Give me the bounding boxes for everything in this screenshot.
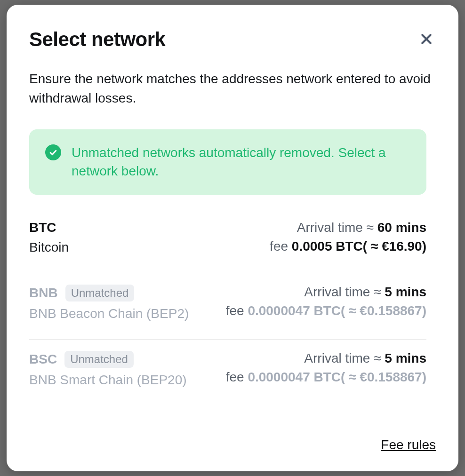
network-name: BNB Smart Chain (BEP20) — [29, 373, 187, 388]
arrival-time: 60 mins — [377, 220, 426, 235]
scroll-area: Unmatched networks automatically removed… — [29, 129, 436, 419]
fee-value: 0.0000047 BTC( ≈ €0.158867) — [248, 370, 426, 384]
notice-banner: Unmatched networks automatically removed… — [29, 129, 426, 194]
network-left: BNB Unmatched BNB Beacon Chain (BEP2) — [29, 285, 189, 321]
network-left: BSC Unmatched BNB Smart Chain (BEP20) — [29, 351, 187, 388]
unmatched-tag: Unmatched — [65, 285, 135, 301]
network-item-btc[interactable]: BTC Bitcoin Arrival time ≈ 60 mins fee 0… — [29, 217, 426, 273]
modal-subtitle: Ensure the network matches the addresses… — [29, 70, 436, 108]
network-list: BTC Bitcoin Arrival time ≈ 60 mins fee 0… — [29, 217, 426, 405]
close-icon — [419, 32, 433, 48]
network-ticker: BNB — [29, 286, 58, 301]
arrival-label: Arrival time ≈ — [304, 285, 385, 299]
network-ticker: BTC — [29, 220, 56, 235]
notice-text: Unmatched networks automatically removed… — [72, 143, 410, 180]
modal-title: Select network — [29, 28, 165, 51]
fee-label: fee — [226, 370, 248, 384]
modal-header: Select network — [29, 28, 436, 51]
network-item-bnb[interactable]: BNB Unmatched BNB Beacon Chain (BEP2) Ar… — [29, 273, 426, 340]
network-right: Arrival time ≈ 5 mins fee 0.0000047 BTC(… — [226, 285, 426, 318]
fee-label: fee — [270, 239, 292, 254]
check-circle-icon — [45, 144, 61, 160]
network-item-bsc[interactable]: BSC Unmatched BNB Smart Chain (BEP20) Ar… — [29, 340, 426, 405]
network-ticker: BSC — [29, 352, 57, 367]
arrival-label: Arrival time ≈ — [304, 351, 385, 365]
network-right: Arrival time ≈ 5 mins fee 0.0000047 BTC(… — [226, 351, 426, 385]
network-name: Bitcoin — [29, 240, 69, 255]
arrival-time: 5 mins — [385, 285, 426, 299]
unmatched-tag: Unmatched — [64, 351, 134, 368]
fee-label: fee — [226, 303, 248, 318]
select-network-modal: Select network Ensure the network matche… — [7, 5, 458, 471]
fee-value: 0.0005 BTC( ≈ €16.90) — [292, 239, 426, 254]
network-name: BNB Beacon Chain (BEP2) — [29, 306, 189, 321]
arrival-time: 5 mins — [385, 351, 426, 365]
modal-footer: Fee rules — [29, 437, 436, 452]
fee-rules-link[interactable]: Fee rules — [381, 437, 436, 452]
close-button[interactable] — [417, 30, 436, 49]
arrival-label: Arrival time ≈ — [297, 220, 377, 235]
network-right: Arrival time ≈ 60 mins fee 0.0005 BTC( ≈… — [270, 220, 426, 254]
fee-value: 0.0000047 BTC( ≈ €0.158867) — [248, 303, 426, 318]
network-left: BTC Bitcoin — [29, 220, 69, 255]
